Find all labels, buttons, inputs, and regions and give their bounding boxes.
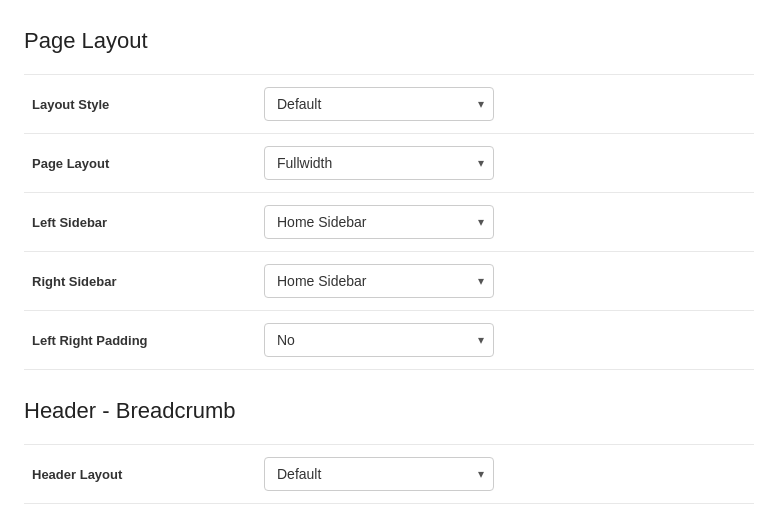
table-row: Layout StyleDefaultBoxedFull Width▾ xyxy=(24,75,754,134)
left_right_padding-select[interactable]: NoYes xyxy=(264,323,494,357)
header_layout-select[interactable]: DefaultLayout 1Layout 2 xyxy=(264,457,494,491)
page_layout-select[interactable]: DefaultFullwidthLeft SidebarRight Sideba… xyxy=(264,146,494,180)
table-row: Left Right PaddingNoYes▾ xyxy=(24,311,754,370)
right_sidebar-select[interactable]: Home SidebarBlog SidebarNone xyxy=(264,264,494,298)
select-wrapper: Home SidebarBlog SidebarNone▾ xyxy=(264,205,494,239)
select-wrapper: DefaultLayout 1Layout 2▾ xyxy=(264,457,494,491)
left_sidebar-select[interactable]: Home SidebarBlog SidebarNone xyxy=(264,205,494,239)
header-breadcrumb-table: Header LayoutDefaultLayout 1Layout 2▾Hea… xyxy=(24,444,754,513)
select-wrapper: NoYes▾ xyxy=(264,323,494,357)
select-wrapper: DefaultBoxedFull Width▾ xyxy=(264,87,494,121)
table-row: Page LayoutDefaultFullwidthLeft SidebarR… xyxy=(24,134,754,193)
table-row: Header TemplateTemplate 1Template 2▾ xyxy=(24,504,754,514)
layout_style-select[interactable]: DefaultBoxedFull Width xyxy=(264,87,494,121)
page-layout-table: Layout StyleDefaultBoxedFull Width▾Page … xyxy=(24,74,754,370)
table-row: Left SidebarHome SidebarBlog SidebarNone… xyxy=(24,193,754,252)
field-label: Header Template xyxy=(24,504,244,514)
field-label: Right Sidebar xyxy=(24,252,244,311)
field-label: Left Right Padding xyxy=(24,311,244,370)
field-label: Page Layout xyxy=(24,134,244,193)
field-label: Header Layout xyxy=(24,445,244,504)
field-label: Left Sidebar xyxy=(24,193,244,252)
select-wrapper: DefaultFullwidthLeft SidebarRight Sideba… xyxy=(264,146,494,180)
table-row: Right SidebarHome SidebarBlog SidebarNon… xyxy=(24,252,754,311)
page-layout-title: Page Layout xyxy=(24,28,754,54)
select-wrapper: Home SidebarBlog SidebarNone▾ xyxy=(264,264,494,298)
field-label: Layout Style xyxy=(24,75,244,134)
header-breadcrumb-title: Header - Breadcrumb xyxy=(24,398,754,424)
table-row: Header LayoutDefaultLayout 1Layout 2▾ xyxy=(24,445,754,504)
